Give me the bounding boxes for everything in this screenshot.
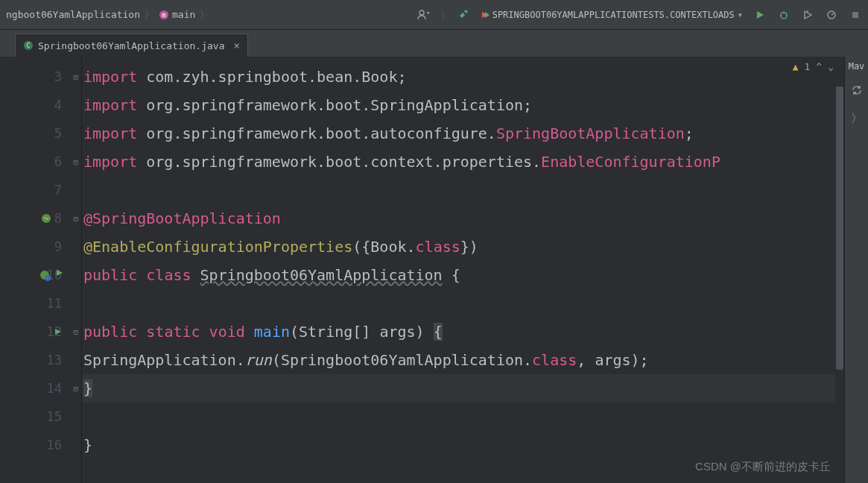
fold-icon[interactable]: ⊟ (73, 72, 78, 82)
line-number: 9 (54, 239, 62, 254)
close-icon[interactable]: × (233, 40, 239, 51)
run-configuration-selector[interactable]: SPRINGBOOT06YAMLAPPLICATIONTESTS.CONTEXT… (481, 10, 743, 20)
tab-label: Springboot06YamlApplication.java (38, 40, 224, 51)
svg-point-2 (419, 10, 424, 15)
vertical-scrollbar[interactable] (835, 57, 844, 483)
add-user-icon[interactable]: ▾ (416, 8, 430, 22)
inspection-widget[interactable]: ▲ 1 ^ ⌄ (793, 61, 834, 72)
watermark: CSDN @不断前进的皮卡丘 (695, 460, 831, 474)
bean-icon[interactable] (40, 212, 54, 225)
breadcrumb-item[interactable]: ngboot06YamlApplication (6, 9, 140, 20)
breadcrumb[interactable]: ngboot06YamlApplication 〉 m main 〉 (6, 8, 211, 22)
warning-count: 1 (805, 61, 811, 72)
fold-icon[interactable]: ⊟ (73, 384, 78, 394)
line-number: 16 (47, 438, 62, 452)
maven-tool-label[interactable]: Mav (849, 61, 865, 72)
editor-tab[interactable]: C Springboot06YamlApplication.java × (15, 34, 248, 57)
warning-icon: ▲ (793, 61, 799, 72)
line-number: 3 (54, 69, 62, 84)
svg-text:▾: ▾ (426, 9, 429, 16)
line-number: 6 (54, 154, 62, 169)
stop-button[interactable] (849, 8, 862, 22)
svg-point-11 (45, 275, 51, 281)
config-icon (481, 10, 490, 19)
coverage-button[interactable] (801, 8, 814, 22)
right-tool-panel: Mav 〉 (844, 57, 868, 483)
chevron-right-icon[interactable]: 〉 (850, 112, 864, 125)
run-class-icon[interactable] (40, 268, 64, 282)
svg-text:m: m (162, 11, 165, 19)
line-number: 5 (54, 126, 62, 141)
editor-main: 3⊟ 4 5 6⊟ 7 8 ⊟ 9 10 11 12 ⊟ 13 14⊟ (0, 57, 868, 483)
line-number: 11 (47, 296, 62, 311)
top-toolbar: ngboot06YamlApplication 〉 m main 〉 ▾ | S… (0, 0, 868, 30)
toolbar-actions: ▾ | SPRINGBOOT06YAMLAPPLICATIONTESTS.CON… (416, 8, 862, 22)
chevron-up-icon[interactable]: ^ (816, 61, 822, 72)
run-button[interactable] (753, 8, 767, 22)
run-method-icon[interactable] (54, 327, 63, 336)
svg-point-4 (781, 13, 787, 19)
line-number: 15 (47, 409, 62, 424)
chevron-right-icon: 〉 (145, 8, 154, 22)
line-number: 7 (54, 183, 62, 198)
debug-button[interactable] (777, 8, 791, 22)
line-number: 8 (54, 211, 62, 226)
line-number: 13 (47, 353, 62, 367)
line-number: 4 (54, 98, 62, 113)
hammer-icon[interactable] (457, 8, 470, 22)
breadcrumb-item[interactable]: main (172, 9, 195, 20)
run-config-label: SPRINGBOOT06YAMLAPPLICATIONTESTS.CONTEXT… (492, 10, 735, 20)
scrollbar-thumb[interactable] (836, 86, 843, 370)
fold-icon[interactable]: ⊟ (73, 157, 78, 167)
svg-rect-6 (852, 12, 858, 18)
profile-button[interactable] (825, 8, 838, 22)
fold-icon[interactable]: ⊟ (73, 214, 78, 224)
java-class-icon: C (23, 40, 34, 51)
code-editor[interactable]: 3⊟ 4 5 6⊟ 7 8 ⊟ 9 10 11 12 ⊟ 13 14⊟ (0, 57, 844, 483)
dropdown-arrow-icon: ▾ (738, 10, 743, 20)
method-icon: m (159, 10, 169, 20)
chevron-right-icon: 〉 (200, 8, 209, 22)
gutter: 3⊟ 4 5 6⊟ 7 8 ⊟ 9 10 11 12 ⊟ 13 14⊟ (0, 57, 82, 483)
chevron-down-icon[interactable]: ⌄ (828, 61, 834, 72)
code-content[interactable]: ▲ 1 ^ ⌄ import com.zyh.springboot.bean.B… (82, 57, 844, 483)
svg-text:C: C (27, 42, 31, 49)
editor-tab-bar: C Springboot06YamlApplication.java × (0, 30, 868, 57)
fold-icon[interactable]: ⊟ (73, 327, 78, 337)
refresh-icon[interactable] (850, 83, 864, 97)
line-number: 14 (47, 381, 62, 396)
